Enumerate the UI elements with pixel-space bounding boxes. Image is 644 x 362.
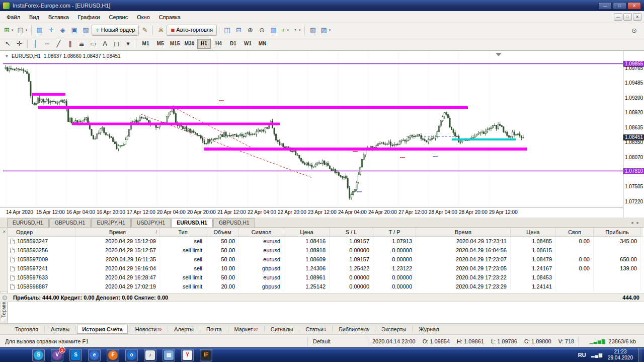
autotrading-button[interactable]: ■Авто-торговля [167, 25, 217, 36]
taskbar-file-manager-button[interactable]: ▤ [163, 349, 175, 361]
child-close-button[interactable]: ✕ [633, 13, 641, 21]
menu-view[interactable]: Вид [25, 12, 44, 22]
periods-button[interactable]: ◔▾ [291, 25, 302, 36]
status-profile[interactable]: Default [308, 337, 367, 346]
tab-scroll-right-icon[interactable]: ▸ [636, 220, 639, 225]
vertical-line-tool[interactable]: │ [30, 38, 41, 49]
column-header-11[interactable]: Прибыль [594, 228, 641, 236]
market-watch-button[interactable]: ▦ [34, 25, 45, 36]
tile-windows-button[interactable]: ⊟ [233, 25, 245, 36]
terminal-tab-alerts[interactable]: Алерты [169, 325, 199, 334]
shapes-tool[interactable]: ▭ [88, 38, 99, 49]
menu-file[interactable]: Файл [2, 12, 25, 22]
table-row[interactable]: 10585972412020.04.29 16:16:04sell10.00gb… [8, 264, 643, 273]
column-header-5[interactable]: Цена [284, 228, 330, 236]
column-header-6[interactable]: S / L [330, 228, 373, 236]
chart-tab-4[interactable]: EURUSD,H1 [171, 218, 213, 227]
tab-scroll-left-icon[interactable]: ◂ [631, 220, 633, 225]
indicators-button[interactable]: +▾ [279, 25, 291, 36]
show-desktop-button[interactable] [638, 348, 642, 362]
network-icon[interactable]: ▂▄▆ [591, 352, 603, 357]
menu-help[interactable]: Справка [154, 12, 185, 22]
taskbar-volume-mixer-button[interactable]: ♪ [144, 349, 156, 361]
timeframe-m30-button[interactable]: M30 [183, 39, 196, 49]
column-header-1[interactable]: Время/ [75, 228, 160, 236]
metaeditor-button[interactable]: ✎ [139, 25, 150, 36]
chart-tab-0[interactable]: EURUSD,H1 [7, 218, 49, 227]
timeframe-m15-button[interactable]: M15 [168, 39, 182, 49]
cursor-tool[interactable]: ↖ [2, 38, 14, 49]
chart-tab-3[interactable]: USDJPY,H1 [131, 218, 171, 227]
taskbar-clock[interactable]: 21:23 29.04.2020 [608, 349, 633, 361]
terminal-tab-market[interactable]: Маркет97 [229, 325, 263, 334]
cascade-windows-button[interactable]: ◫ [221, 25, 233, 36]
language-indicator[interactable]: RU [578, 352, 586, 358]
timeframe-m1-button[interactable]: M1 [139, 39, 152, 49]
column-header-7[interactable]: T / P [373, 228, 416, 236]
table-row[interactable]: 10585970092020.04.29 16:11:35sell50.00eu… [8, 255, 643, 264]
chart-tab-5[interactable]: GBPUSD,H1 [213, 218, 255, 227]
taskbar-firefox-button[interactable]: F [107, 349, 119, 361]
minimize-button[interactable]: — [598, 2, 612, 10]
timeframe-mn-button[interactable]: MN [256, 39, 269, 49]
terminal-tab-mailbox[interactable]: Почта [201, 325, 227, 334]
label-tool[interactable]: ◻ [111, 38, 122, 49]
table-row[interactable]: 10585976332020.04.29 16:28:47sell limit5… [8, 273, 643, 282]
arrange-windows-button[interactable]: ▦ [268, 25, 279, 36]
zoom-in-button[interactable]: ⊕ [245, 25, 256, 36]
terminal-tab-journal[interactable]: Журнал [414, 325, 444, 334]
grid-button[interactable]: ▥ [307, 25, 318, 36]
text-tool[interactable]: A [99, 38, 111, 49]
chart-tab-1[interactable]: GBPUSD,H1 [49, 218, 91, 227]
taskbar-ie-button[interactable]: e [88, 349, 101, 361]
menu-charts[interactable]: Графики [73, 12, 105, 22]
zoom-out-button[interactable]: ⊖ [256, 25, 268, 36]
fibonacci-tool[interactable]: ≣ [76, 38, 88, 49]
terminal-close-icon[interactable]: × [2, 229, 7, 235]
new-order-button[interactable]: +Новый ордер [92, 25, 139, 36]
search-button[interactable]: ⊙ [628, 25, 640, 36]
terminal-tab-signals[interactable]: Сигналы [266, 325, 298, 334]
taskbar-browser-button[interactable]: o [125, 349, 138, 361]
taskbar-skype-button[interactable]: S [69, 349, 82, 361]
column-header-8[interactable]: Время [416, 228, 511, 236]
menu-tools[interactable]: Сервис [105, 12, 133, 22]
child-restore-button[interactable]: □ [623, 13, 632, 21]
new-chart-button[interactable]: ⊞▾ [2, 25, 15, 36]
timeframe-w1-button[interactable]: W1 [241, 39, 255, 49]
crosshair-tool[interactable]: ✛ [14, 38, 25, 49]
column-header-0[interactable]: Ордер [8, 228, 75, 236]
column-header-4[interactable]: Символ [239, 228, 284, 236]
trendline-tool[interactable]: ╱ [53, 38, 64, 49]
terminal-tab-articles[interactable]: Статьи1 [300, 325, 331, 334]
taskbar-viber-button[interactable]: V2 [51, 349, 63, 361]
timeframe-h1-button[interactable]: H1 [197, 39, 211, 49]
data-window-button[interactable]: ✛ [45, 25, 57, 36]
maximize-button[interactable]: □ [613, 2, 626, 10]
table-row[interactable]: 10585988872020.04.29 17:02:19sell limit2… [8, 282, 643, 291]
templates-button[interactable]: ▨▾ [318, 25, 333, 36]
terminal-tab-experts[interactable]: Эксперты [376, 325, 411, 334]
table-row[interactable]: 10585932472020.04.29 15:12:09sell50.00eu… [8, 237, 643, 246]
terminal-tab-account-history[interactable]: История Счета [77, 325, 128, 334]
column-header-3[interactable]: Объем [206, 228, 239, 236]
terminal-tab-trade[interactable]: Торговля [10, 325, 43, 334]
close-button[interactable]: ✕ [627, 2, 641, 10]
horizontal-line-tool[interactable]: ─ [41, 38, 53, 49]
objects-dropdown[interactable]: ▾ [122, 38, 134, 49]
terminal-button[interactable]: ▣ [68, 25, 80, 36]
profiles-button[interactable]: ▤▾ [15, 25, 29, 36]
price-scale[interactable]: 1.098551.097651.094851.092001.089201.086… [623, 51, 644, 218]
timeframe-d1-button[interactable]: D1 [226, 39, 240, 49]
terminal-tab-news[interactable]: Новости79 [130, 325, 167, 334]
column-header-10[interactable]: Своп [556, 228, 594, 236]
timeframe-h4-button[interactable]: H4 [212, 39, 225, 49]
chart-tab-2[interactable]: EURJPY,H1 [91, 218, 130, 227]
chart-plot[interactable] [3, 51, 623, 207]
taskbar-instaforex-terminal-button[interactable]: IF [200, 349, 212, 361]
menu-window[interactable]: Окно [132, 12, 154, 22]
child-minimize-button[interactable]: — [614, 13, 622, 21]
navigator-button[interactable]: ◈ [57, 25, 68, 36]
time-axis[interactable]: 14 Apr 202015 Apr 12:0016 Apr 04:0016 Ap… [0, 207, 623, 218]
column-header-9[interactable]: Цена [511, 228, 556, 236]
